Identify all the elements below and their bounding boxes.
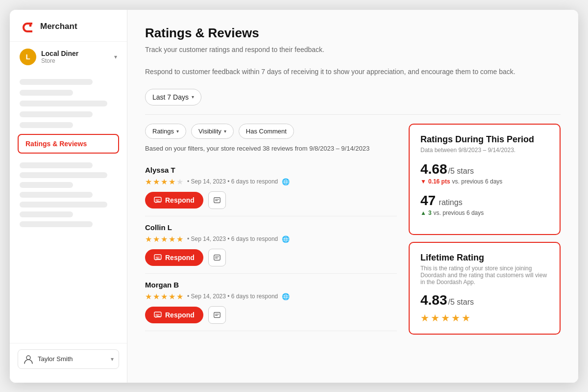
- respond-icon: [154, 311, 162, 319]
- rating-change-desc: vs. previous 6 days: [452, 178, 503, 185]
- nav-skeleton-bottom: [10, 156, 127, 230]
- review-actions: Respond: [145, 249, 397, 266]
- review-meta: ★ ★ ★ ★ ★ • Sep 14, 2023 • 6 days to res…: [145, 292, 397, 301]
- sidebar-nav: Ratings & Reviews: [10, 70, 127, 343]
- star-1: ★: [145, 177, 152, 186]
- store-type: Store: [41, 57, 109, 64]
- star-4-half: ★: [169, 177, 175, 186]
- respond-label: Respond: [165, 311, 195, 319]
- star-2: ★: [153, 235, 160, 244]
- has-comment-filter-button[interactable]: Has Comment: [239, 124, 294, 139]
- lifetime-star-4: ★: [451, 312, 460, 324]
- store-chevron-icon: ▾: [114, 53, 117, 60]
- lifetime-star-3: ★: [441, 312, 450, 324]
- respond-icon: [154, 196, 162, 204]
- user-selector[interactable]: Taylor Smith ▾: [18, 349, 119, 369]
- respond-label: Respond: [165, 254, 195, 261]
- period-filter-button[interactable]: Last 7 Days ▾: [145, 89, 201, 105]
- view-order-button-1[interactable]: [208, 191, 226, 209]
- reviews-filters: Ratings ▾ Visibility ▾ Has Comment: [145, 115, 397, 145]
- star-3: ★: [161, 235, 168, 244]
- review-date: • Sep 14, 2023 • 6 days to respond: [187, 293, 278, 300]
- period-card-title: Ratings During This Period: [420, 134, 549, 145]
- rating-change-val: 0.16 pts: [428, 178, 450, 185]
- globe-icon: 🌐: [282, 293, 290, 300]
- count-change: ▲ 3 vs. previous 6 days: [420, 209, 549, 216]
- nav-skeleton-bar: [20, 101, 107, 106]
- svg-rect-4: [214, 197, 220, 203]
- ratings-filter-button[interactable]: Ratings ▾: [145, 124, 186, 139]
- view-order-button-2[interactable]: [208, 249, 226, 266]
- page-desc-1: Track your customer ratings and respond …: [145, 45, 561, 55]
- user-name: Taylor Smith: [38, 355, 107, 363]
- ratings-chevron-icon: ▾: [176, 129, 179, 134]
- review-stars: ★ ★ ★ ★ ★: [145, 235, 183, 244]
- svg-rect-6: [214, 255, 220, 260]
- store-info: Local Diner Store: [41, 50, 109, 64]
- sidebar-footer: Taylor Smith ▾: [10, 343, 127, 375]
- star-2: ★: [153, 177, 160, 186]
- lifetime-card-desc: This is the rating of your store since j…: [420, 265, 549, 286]
- lifetime-rating-unit: /5 stars: [448, 298, 474, 306]
- globe-icon: 🌐: [282, 235, 290, 243]
- star-5-empty: ★: [176, 177, 183, 186]
- nav-skeleton-bar: [20, 192, 93, 198]
- star-3: ★: [161, 177, 168, 186]
- nav-skeleton-bar: [20, 221, 93, 227]
- user-icon: [23, 354, 34, 365]
- reviews-summary: Based on your filters, your store receiv…: [145, 145, 397, 152]
- lifetime-stats-card: Lifetime Rating This is the rating of yo…: [409, 242, 561, 335]
- doordash-logo-icon: [20, 19, 35, 34]
- visibility-chevron-icon: ▾: [224, 129, 226, 134]
- nav-skeleton-bar: [20, 202, 107, 208]
- visibility-filter-label: Visibility: [198, 128, 221, 135]
- nav-skeleton-bar: [20, 211, 73, 217]
- order-icon: [213, 196, 221, 204]
- count-stat: 47 ratings: [420, 193, 549, 209]
- app-brand: Merchant: [40, 22, 77, 31]
- review-actions: Respond: [145, 306, 397, 324]
- content-row: Ratings ▾ Visibility ▾ Has Comment Based…: [145, 115, 561, 341]
- count-value: 47: [420, 193, 436, 208]
- nav-skeleton-bar: [20, 111, 93, 117]
- nav-skeleton-bar: [20, 79, 93, 85]
- visibility-filter-button[interactable]: Visibility ▾: [191, 124, 234, 139]
- sidebar-header: Merchant: [10, 10, 127, 42]
- user-chevron-icon: ▾: [111, 356, 114, 363]
- review-date: • Sep 14, 2023 • 6 days to respond: [187, 178, 278, 185]
- order-icon: [213, 311, 221, 319]
- respond-button-2[interactable]: Respond: [145, 249, 203, 266]
- svg-point-2: [26, 356, 30, 360]
- svg-point-1: [29, 24, 32, 26]
- review-meta: ★ ★ ★ ★ ★ • Sep 14, 2023 • 6 days to res…: [145, 177, 397, 186]
- sidebar-item-ratings-reviews[interactable]: Ratings & Reviews: [18, 134, 119, 154]
- reviewer-name: Alyssa T: [145, 166, 397, 174]
- star-5-half: ★: [176, 292, 183, 301]
- count-up-icon: ▲: [420, 209, 426, 216]
- respond-button-1[interactable]: Respond: [145, 192, 203, 209]
- store-selector[interactable]: L Local Diner Store ▾: [10, 42, 127, 70]
- sidebar: Merchant L Local Diner Store ▾ Ratings &…: [10, 10, 127, 383]
- star-3: ★: [161, 292, 168, 301]
- respond-label: Respond: [165, 196, 195, 204]
- store-avatar: L: [20, 49, 36, 65]
- count-unit: ratings: [439, 198, 463, 207]
- rating-unit: /5 stars: [448, 167, 474, 175]
- stats-panel: Ratings During This Period Data between …: [409, 115, 561, 341]
- review-item: Collin L ★ ★ ★ ★ ★ • Sep 14, 2023 • 6 da…: [145, 216, 397, 274]
- ratings-filter-label: Ratings: [152, 128, 174, 135]
- lifetime-star-1: ★: [420, 312, 429, 324]
- respond-button-3[interactable]: Respond: [145, 307, 203, 323]
- store-name: Local Diner: [41, 50, 109, 57]
- rating-change: ▼ 0.16 pts vs. previous 6 days: [420, 178, 549, 185]
- view-order-button-3[interactable]: [208, 306, 226, 324]
- nav-skeleton-bar: [20, 90, 73, 96]
- reviews-panel: Ratings ▾ Visibility ▾ Has Comment Based…: [145, 115, 397, 341]
- filter-bar: Last 7 Days ▾: [145, 89, 561, 115]
- reviewer-name: Collin L: [145, 223, 397, 232]
- lifetime-card-title: Lifetime Rating: [420, 253, 549, 263]
- order-icon: [213, 254, 221, 261]
- page-desc-2: Respond to customer feedback within 7 da…: [145, 67, 561, 77]
- star-1: ★: [145, 235, 152, 244]
- lifetime-rating-stat: 4.83/5 stars: [420, 292, 549, 308]
